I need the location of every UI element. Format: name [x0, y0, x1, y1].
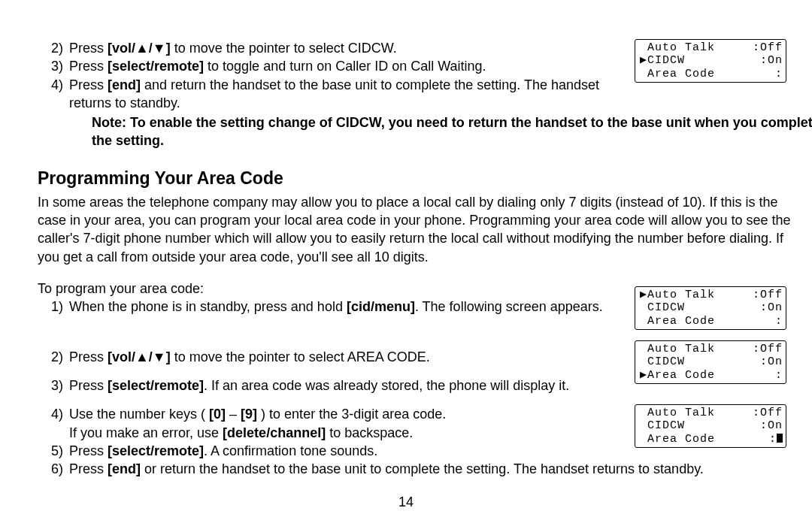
step-text: Press [end] and return the handset to th…	[69, 76, 632, 113]
step-2: 2) Press [vol/▲/▼] to move the pointer t…	[38, 39, 632, 57]
step-6: 6) Press [end] or return the handset to …	[38, 460, 789, 478]
step-number: 4)	[38, 76, 69, 113]
pointer-icon: ▶	[640, 54, 647, 67]
step-5: 5) Press [select/remote]. A confirmation…	[38, 442, 677, 460]
page-number: 14	[0, 493, 812, 511]
step-text: Press [select/remote] to toggle and turn…	[69, 57, 632, 75]
lcd-screen-cidcw: Auto Talk:Off ▶CIDCW:On Area Code:	[635, 39, 786, 83]
instruction-list-top: 2) Press [vol/▲/▼] to move the pointer t…	[38, 39, 632, 112]
cursor-icon	[777, 434, 783, 443]
step-number: 2)	[38, 39, 69, 57]
pointer-icon: ▶	[640, 289, 647, 301]
section-heading: Programming Your Area Code	[38, 167, 789, 190]
note-text: Note: To enable the setting change of CI…	[38, 113, 812, 150]
step-3: 3) Press [select/remote]. If an area cod…	[38, 376, 677, 395]
step-4-line2: If you make an error, use [delete/channe…	[38, 424, 677, 442]
step-3: 3) Press [select/remote] to toggle and t…	[38, 57, 632, 75]
step-number: 3)	[38, 57, 69, 75]
section-paragraph: In some areas the telephone company may …	[38, 193, 793, 266]
step-4: 4) Use the number keys ( [0] – [9] ) to …	[38, 405, 677, 423]
instruction-list-areacode: 1) When the phone is in standby, press a…	[38, 298, 677, 478]
step-4: 4) Press [end] and return the handset to…	[38, 76, 632, 113]
step-text: Press [vol/▲/▼] to move the pointer to s…	[69, 39, 632, 57]
lcd-screen-enter-code: Auto Talk:Off CIDCW:On Area Code:	[635, 404, 786, 448]
lcd-screen-areacode-selected: Auto Talk:Off CIDCW:On ▶Area Code:	[635, 340, 786, 384]
step-1: 1) When the phone is in standby, press a…	[38, 298, 677, 316]
pointer-icon: ▶	[640, 369, 647, 382]
step-2: 2) Press [vol/▲/▼] to move the pointer t…	[38, 348, 677, 366]
lcd-screen-initial: ▶Auto Talk:Off CIDCW:On Area Code:	[635, 286, 786, 330]
